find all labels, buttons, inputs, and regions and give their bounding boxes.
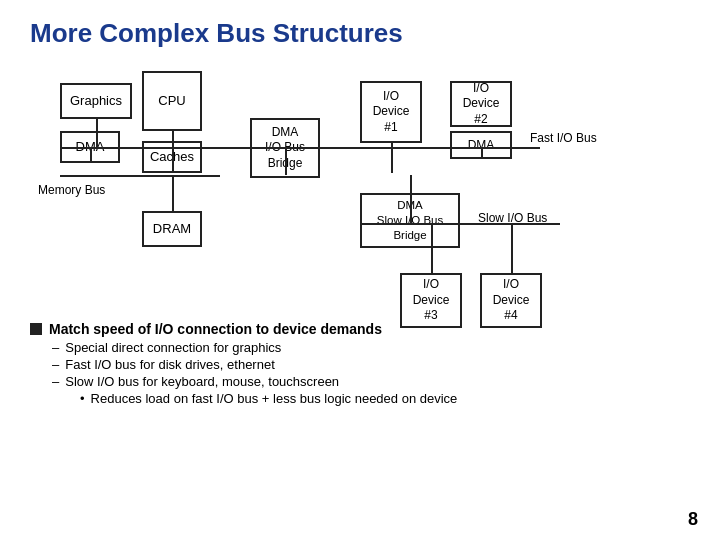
io-device2-box: I/O Device #2: [450, 81, 512, 127]
main-bus-hline: [60, 147, 360, 149]
fast-bus-hline: [320, 147, 540, 149]
dram-vline: [172, 175, 174, 213]
diagram: Graphics CPU Caches DMA DMA I/O Bus Brid…: [30, 63, 690, 313]
dram-box: DRAM: [142, 211, 202, 247]
bullet-square: [30, 323, 42, 335]
slow-bus-hline: [360, 223, 560, 225]
sub-sub-bullet-1: Reduces load on fast I/O bus + less bus …: [80, 391, 690, 406]
sub-bullet-3: Slow I/O bus for keyboard, mouse, touchs…: [52, 374, 690, 389]
graphics-vline: [96, 119, 98, 149]
sub-sub-bullets: Reduces load on fast I/O bus + less bus …: [80, 391, 690, 406]
sub-sub-bullet-1-text: Reduces load on fast I/O bus + less bus …: [91, 391, 458, 406]
page-number: 8: [688, 509, 698, 530]
dma-left-vline: [90, 147, 92, 163]
main-bullet: Match speed of I/O connection to device …: [30, 321, 690, 337]
fast-io-bus-label: Fast I/O Bus: [530, 131, 650, 145]
bridge-to-slow-vline: [410, 175, 412, 223]
page: More Complex Bus Structures Graphics CPU…: [0, 0, 720, 540]
sub-bullets: Special direct connection for graphics F…: [52, 340, 690, 406]
graphics-box: Graphics: [60, 83, 132, 119]
caches-vline: [172, 147, 174, 173]
memory-bus-hline: [60, 175, 220, 177]
sub-bullet-3-text: Slow I/O bus for keyboard, mouse, touchs…: [65, 374, 339, 389]
sub-bullet-2: Fast I/O bus for disk drives, ethernet: [52, 357, 690, 372]
sub-bullet-2-text: Fast I/O bus for disk drives, ethernet: [65, 357, 275, 372]
main-bullet-text: Match speed of I/O connection to device …: [49, 321, 382, 337]
device1-vline: [391, 143, 393, 173]
sub-bullet-1: Special direct connection for graphics: [52, 340, 690, 355]
io-device4-box: I/O Device #4: [480, 273, 542, 328]
bullet-section: Match speed of I/O connection to device …: [30, 321, 690, 406]
io-bridge-vline: [285, 147, 287, 175]
memory-bus-label: Memory Bus: [38, 183, 118, 199]
io-device1-box: I/O Device #1: [360, 81, 422, 143]
device4-vline: [511, 223, 513, 275]
cpu-box: CPU: [142, 71, 202, 131]
sub-bullet-1-text: Special direct connection for graphics: [65, 340, 281, 355]
device3-vline: [431, 223, 433, 275]
page-title: More Complex Bus Structures: [30, 18, 690, 49]
device2-vline: [481, 147, 483, 159]
io-device3-box: I/O Device #3: [400, 273, 462, 328]
